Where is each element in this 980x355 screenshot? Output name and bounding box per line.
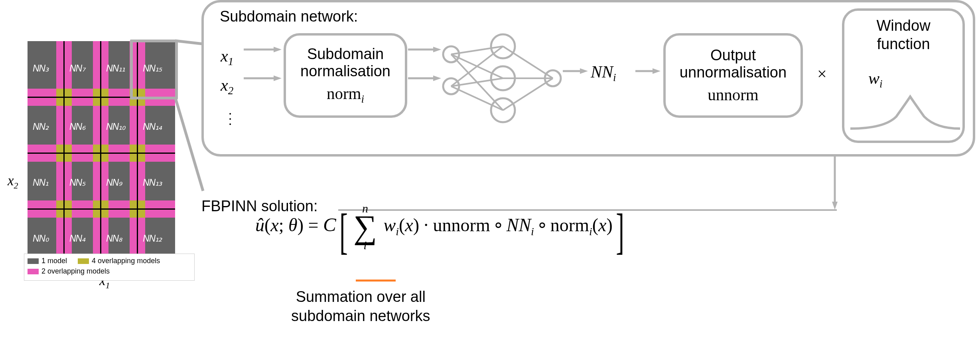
cell-label: NN₁₂ <box>143 233 162 244</box>
cell-label: NN₄ <box>69 233 85 244</box>
svg-marker-26 <box>580 68 588 74</box>
window-title: Windowfunction <box>844 17 962 53</box>
y-axis-label: x2 <box>8 173 18 191</box>
legend-label: 1 model <box>41 257 67 265</box>
legend-swatch <box>28 269 39 274</box>
window-curve-icon <box>848 87 962 135</box>
legend-item: 4 overlapping models <box>78 257 160 265</box>
legend-label: 4 overlapping models <box>92 257 160 265</box>
svg-line-1 <box>175 97 203 191</box>
arrow-icon <box>244 44 284 91</box>
cell-label: NN₁₃ <box>143 177 162 188</box>
cell-label: NN₅ <box>69 177 85 188</box>
cell-label: NN₇ <box>69 63 85 74</box>
underline <box>356 280 396 282</box>
summation-note: Summation over allsubdomain networks <box>291 288 430 325</box>
subdomain-header: Subdomain network: <box>220 8 358 25</box>
svg-marker-5 <box>274 75 282 81</box>
solution-formula: û(x; θ) = C [ n ∑ i wi(x) · unnorm∘NNi∘n… <box>255 202 623 251</box>
highlight-box <box>130 40 178 99</box>
nn-output-label: NNi <box>591 62 616 84</box>
cell-label: NN₁₀ <box>106 121 125 132</box>
cell-label: NN₈ <box>106 233 122 244</box>
svg-line-0 <box>175 41 203 44</box>
svg-marker-3 <box>274 47 282 52</box>
norm-box: Subdomainnormalisation normi <box>284 33 407 118</box>
grid-line <box>28 208 175 210</box>
vdots-icon: ··· <box>229 111 231 127</box>
legend-label: 2 overlapping models <box>41 267 110 276</box>
cell-label: NN₁₄ <box>143 121 162 132</box>
grid-line <box>28 153 175 154</box>
cell-label: NN₃ <box>33 63 48 74</box>
cell-label: NN₀ <box>33 233 48 244</box>
cell-label: NN₆ <box>69 121 85 132</box>
unnorm-formula: unnorm <box>708 85 759 104</box>
norm-formula: normi <box>327 84 364 105</box>
svg-marker-30 <box>832 202 838 210</box>
legend-item: 1 model <box>28 257 67 265</box>
legend-swatch <box>78 258 89 264</box>
input-labels: x1 x2 <box>221 42 233 101</box>
norm-title: Subdomainnormalisation <box>300 46 390 80</box>
cell-label: NN₉ <box>106 177 122 188</box>
cell-label: NN₁₁ <box>106 63 125 74</box>
subdomain-container: Subdomain network: x1 x2 ··· Subdomainno… <box>201 0 975 157</box>
arrow-down-icon <box>830 157 842 212</box>
neural-network-icon <box>431 32 563 126</box>
multiply-sign: × <box>817 64 827 83</box>
legend: 1 model 4 overlapping models 2 overlappi… <box>24 254 195 281</box>
window-box: Windowfunction wi <box>842 8 965 143</box>
cell-label: NN₂ <box>33 121 48 132</box>
legend-item: 2 overlapping models <box>28 267 110 276</box>
unnorm-box: Outputunnormalisation unnorm <box>663 33 803 118</box>
arrow-icon <box>563 66 591 78</box>
arrow-icon <box>635 66 663 78</box>
legend-swatch <box>28 258 39 264</box>
svg-marker-28 <box>653 68 661 74</box>
unnorm-title: Outputunnormalisation <box>680 47 787 81</box>
cell-label: NN₁ <box>33 177 48 188</box>
